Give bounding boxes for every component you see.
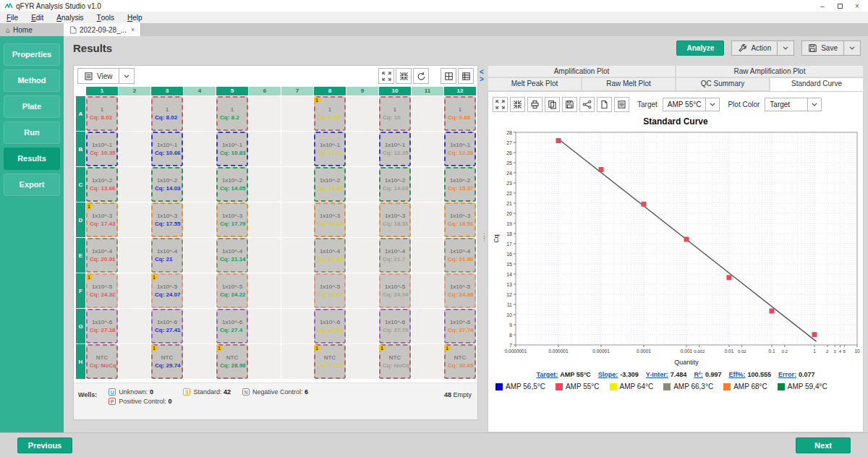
well-A3[interactable]: 1Cq: 8.02 [151,96,183,131]
well-G11[interactable] [412,309,443,343]
well-D5[interactable]: 1x10^-3Cq: 17.79 [216,202,248,237]
well-G10[interactable]: 1x10^-6Cq: 27.79 [379,309,411,343]
well-C7[interactable] [281,167,313,202]
well-D3[interactable]: 1x10^-3Cq: 17.55 [151,202,183,237]
well-H4[interactable] [184,344,216,379]
well-C9[interactable] [346,167,378,202]
well-C10[interactable]: 1x10^-2Cq: 14.63 [379,167,411,202]
save-button[interactable] [562,97,577,112]
well-B8[interactable]: 1x10^-1Cq: 11.23 [314,132,346,166]
well-G1[interactable]: 1x10^-6Cq: 27.18 [86,309,118,343]
well-B5[interactable]: 1x10^-1Cq: 10.83 [216,132,248,166]
tab-close-icon[interactable]: × [131,26,135,33]
well-F9[interactable] [346,273,378,308]
well-C6[interactable] [249,167,281,202]
target-select[interactable]: AMP 55°C [663,98,720,111]
column-header-4[interactable]: 4 [184,87,216,95]
sidebar-item-plate[interactable]: Plate [4,95,60,118]
previous-button[interactable]: Previous [17,437,72,453]
well-D1[interactable]: 11x10^-3Cq: 17.43 [86,202,118,237]
well-H1[interactable]: NTCCq: NoCq [86,344,118,379]
well-G2[interactable] [119,309,150,343]
well-G5[interactable]: 1x10^-6Cq: 27.4 [216,309,248,343]
restore-window-icon[interactable] [832,1,848,11]
well-F2[interactable] [119,273,150,308]
table-button[interactable] [458,68,474,84]
well-C4[interactable] [184,167,216,202]
well-D2[interactable] [119,202,150,237]
sidebar-item-export[interactable]: Export [4,174,60,196]
column-header-10[interactable]: 10 [379,87,411,95]
well-F8[interactable]: 1x10^-5Cq: 24.57 [314,273,346,308]
well-E10[interactable]: 1x10^-4Cq: 21.7 [379,238,411,273]
column-header-1[interactable]: 1 [86,87,118,95]
well-D10[interactable]: 1x10^-3Cq: 18.31 [379,202,411,237]
well-E5[interactable]: 1x10^-4Cq: 21.14 [216,238,248,273]
sidebar-item-properties[interactable]: Properties [4,43,60,66]
well-H10[interactable]: 1NTCCq: NoCq [379,344,411,379]
well-G6[interactable] [249,309,281,343]
well-A9[interactable] [346,96,378,131]
well-E2[interactable] [119,238,150,273]
well-D8[interactable]: 1x10^-3Cq: 18.03 [314,202,346,237]
well-H5[interactable]: 1NTCCq: 28.98 [216,344,248,379]
print-button[interactable] [527,97,542,112]
splitter-handle[interactable]: ⋮⋮ [481,234,488,240]
well-B7[interactable] [281,132,313,166]
menu-edit[interactable]: Edit [25,12,50,23]
maximize-button[interactable] [493,97,508,112]
well-C2[interactable] [119,167,150,202]
well-A7[interactable] [281,96,313,131]
well-G9[interactable] [346,309,378,343]
well-B12[interactable]: 1x10^-1Cq: 12.28 [444,132,476,166]
column-header-12[interactable]: 12 [444,87,476,95]
well-A6[interactable] [249,96,281,131]
well-A8[interactable]: 11Cq: 8.73 [314,96,346,131]
tab-raw-melt-plot[interactable]: Raw Melt Plot [582,77,676,91]
collapse-right-icon[interactable]: > [480,76,484,83]
well-E3[interactable]: 1x10^-4Cq: 21 [151,238,183,273]
well-C5[interactable]: 1x10^-2Cq: 14.05 [216,167,248,202]
stat-label-link[interactable]: R²: [694,371,703,378]
well-H3[interactable]: 1NTCCq: 29.74 [151,344,183,379]
well-E9[interactable] [346,238,378,273]
stat-label-link[interactable]: Target: [536,371,558,378]
column-header-8[interactable]: 8 [314,87,346,95]
well-H9[interactable] [346,344,378,379]
well-E8[interactable]: 1x10^-4Cq: 21.33 [314,238,346,273]
save-dropdown-chevron[interactable] [844,40,861,56]
column-header-9[interactable]: 9 [346,87,378,95]
well-D7[interactable] [281,202,313,237]
well-F7[interactable] [281,273,313,308]
well-D9[interactable] [346,202,378,237]
well-G4[interactable] [184,309,216,343]
well-E7[interactable] [281,238,313,273]
well-B4[interactable] [184,132,216,166]
view-dropdown-chevron[interactable] [119,69,134,83]
well-B6[interactable] [249,132,281,166]
row-header-F[interactable]: F [76,273,85,308]
well-F11[interactable] [412,273,443,308]
tab-melt-peak-plot[interactable]: Melt Peak Plot [488,77,582,91]
sidebar-item-run[interactable]: Run [4,121,60,144]
well-F4[interactable] [184,273,216,308]
well-B11[interactable] [412,132,443,166]
plot-color-select[interactable]: Target [765,98,822,111]
tab-qc-summary[interactable]: QC Summary [676,77,770,91]
well-D12[interactable]: 1x10^-3Cq: 18.51 [444,202,476,237]
column-header-2[interactable]: 2 [119,87,150,95]
grid-button[interactable] [441,68,456,84]
tab-raw-amplification-plot[interactable]: Raw Amplification Plot [676,65,864,77]
stat-label-link[interactable]: Slope: [598,371,618,378]
well-B1[interactable]: 1x10^-1Cq: 10.35 [86,132,118,166]
sidebar-item-results[interactable]: Results [4,148,60,170]
well-A11[interactable] [412,96,443,131]
well-F10[interactable]: 1x10^-5Cq: 24.94 [379,273,411,308]
well-H2[interactable] [119,344,150,379]
well-F3[interactable]: 11x10^-5Cq: 24.07 [151,273,183,308]
well-H6[interactable] [249,344,281,379]
page-button[interactable] [597,97,612,112]
well-E11[interactable] [412,238,443,273]
well-C8[interactable]: 1x10^-2Cq: 14.37 [314,167,346,202]
tab-home[interactable]: ⌂ Home [0,23,64,36]
